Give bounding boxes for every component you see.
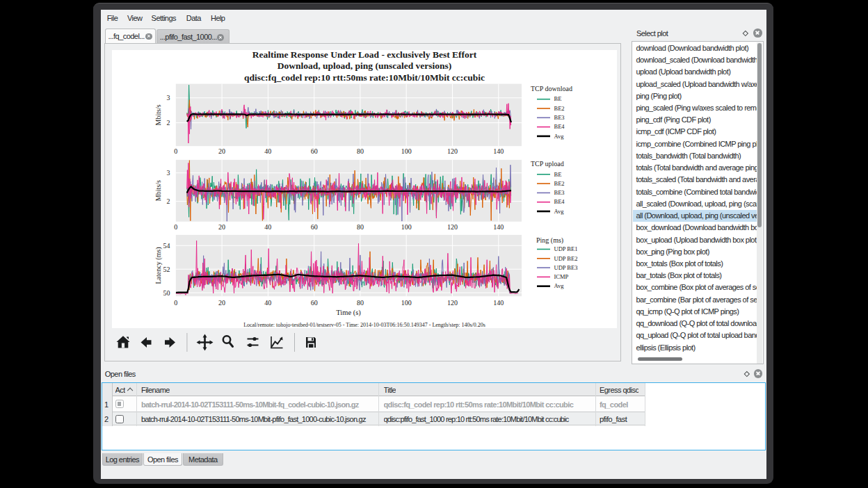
svg-text:BE4: BE4 xyxy=(554,123,565,130)
svg-text:52: 52 xyxy=(163,265,170,273)
svg-text:140: 140 xyxy=(493,299,504,307)
svg-text:Download, upload, ping (unscal: Download, upload, ping (unscaled version… xyxy=(278,60,452,71)
svg-text:80: 80 xyxy=(357,223,364,231)
svg-text:BE4: BE4 xyxy=(554,198,565,205)
svg-text:60: 60 xyxy=(311,223,318,231)
svg-text:Mbits/s: Mbits/s xyxy=(154,180,162,201)
svg-text:20: 20 xyxy=(218,223,225,231)
svg-text:0: 0 xyxy=(174,299,177,307)
svg-text:54: 54 xyxy=(163,242,170,250)
svg-text:ICMP: ICMP xyxy=(554,273,569,280)
svg-text:BE2: BE2 xyxy=(554,105,565,112)
svg-text:40: 40 xyxy=(264,299,271,307)
svg-text:TCP upload: TCP upload xyxy=(531,160,564,168)
svg-text:Realtime Response Under Load -: Realtime Response Under Load - exclusive… xyxy=(252,50,477,60)
svg-text:80: 80 xyxy=(357,147,364,155)
svg-text:BE3: BE3 xyxy=(554,189,565,196)
svg-text:60: 60 xyxy=(311,299,318,307)
svg-text:100: 100 xyxy=(401,147,412,155)
svg-text:UDP BE3: UDP BE3 xyxy=(554,264,578,271)
svg-text:BE2: BE2 xyxy=(554,180,565,187)
svg-text:TCP download: TCP download xyxy=(531,85,572,92)
svg-text:UDP BE2: UDP BE2 xyxy=(554,254,578,261)
svg-text:100: 100 xyxy=(401,223,412,231)
svg-text:20: 20 xyxy=(218,299,225,307)
svg-text:Avg: Avg xyxy=(554,208,565,215)
svg-text:Local/remote: tohojo-testbed-0: Local/remote: tohojo-testbed-01/testserv… xyxy=(243,321,485,327)
svg-text:qdisc:fq_codel rep:10 rtt:50ms: qdisc:fq_codel rep:10 rtt:50ms rate:10Mb… xyxy=(244,72,485,82)
svg-text:120: 120 xyxy=(447,223,458,231)
svg-text:100: 100 xyxy=(401,299,412,307)
svg-text:40: 40 xyxy=(264,147,271,155)
svg-text:BE3: BE3 xyxy=(554,114,565,121)
svg-text:120: 120 xyxy=(447,147,458,155)
svg-text:2: 2 xyxy=(167,197,170,205)
svg-text:Latency (ms): Latency (ms) xyxy=(154,247,163,284)
svg-text:120: 120 xyxy=(447,299,458,307)
svg-text:UDP BE1: UDP BE1 xyxy=(554,245,578,252)
svg-text:2: 2 xyxy=(167,119,170,127)
svg-text:3: 3 xyxy=(167,169,170,177)
svg-text:BE: BE xyxy=(554,170,562,177)
svg-text:3: 3 xyxy=(167,94,170,101)
svg-text:Avg: Avg xyxy=(554,282,565,289)
svg-text:BE: BE xyxy=(554,95,562,102)
svg-text:20: 20 xyxy=(218,147,225,155)
svg-text:Mbits/s: Mbits/s xyxy=(154,104,162,125)
svg-text:Avg: Avg xyxy=(554,132,565,139)
svg-text:60: 60 xyxy=(311,147,318,155)
svg-text:80: 80 xyxy=(357,299,364,307)
svg-text:40: 40 xyxy=(264,223,271,231)
svg-text:Time (s): Time (s) xyxy=(336,309,361,317)
svg-text:0: 0 xyxy=(174,223,177,231)
svg-text:0: 0 xyxy=(174,147,177,155)
svg-text:140: 140 xyxy=(493,223,504,231)
svg-text:50: 50 xyxy=(163,288,170,296)
svg-text:140: 140 xyxy=(493,147,504,155)
svg-text:Ping (ms): Ping (ms) xyxy=(536,236,563,244)
